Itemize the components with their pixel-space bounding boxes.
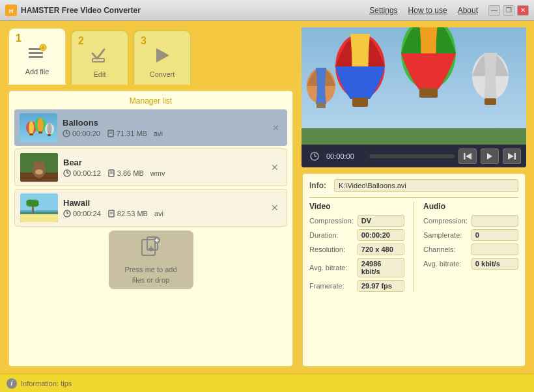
step-1-tab[interactable]: 1 + Add file [8, 27, 66, 85]
file-thumb-balloons [20, 113, 57, 142]
svg-rect-3 [29, 52, 43, 54]
settings-link[interactable]: Settings [369, 6, 397, 15]
add-files-button[interactable]: Press me to addfiles or drop [109, 231, 193, 289]
svg-rect-73 [514, 153, 516, 160]
left-panel: 1 + Add file 2 [8, 27, 294, 367]
nav-links: Settings How to use About [369, 6, 478, 15]
svg-rect-43 [20, 210, 58, 214]
step-1-number: 1 [16, 33, 21, 44]
step-1-label: Add file [25, 68, 49, 76]
file-close-bear[interactable]: ✕ [268, 161, 281, 174]
how-to-use-link[interactable]: How to use [408, 6, 447, 15]
step-tabs: 1 + Add file 2 [8, 27, 294, 85]
svg-marker-8 [156, 48, 169, 63]
add-files-icon [139, 234, 163, 262]
avg-bitrate-v-value: 24986 kbit/s [358, 258, 404, 277]
file-format-bear: wmv [150, 169, 165, 177]
minimize-button[interactable]: — [488, 5, 500, 16]
svg-rect-39 [20, 214, 58, 222]
file-thumb-hawaii [20, 193, 58, 222]
file-meta-balloons: 00:00:20 71.31 MB avi [63, 130, 264, 137]
file-close-balloons[interactable]: ✕ [270, 122, 282, 134]
file-format-balloons: avi [154, 130, 163, 137]
titlebar: H HAMSTER Free Video Converter Settings … [0, 0, 534, 21]
audio-column-header: Audio [423, 202, 518, 211]
audio-info-column: Audio Compression: Samplerate: 0 Channel… [423, 202, 518, 292]
step-2-number: 2 [78, 35, 84, 47]
svg-point-28 [33, 161, 38, 167]
main-content: 1 + Add file 2 [0, 21, 534, 374]
file-item-hawaii[interactable]: Hawaii 00:00:24 82.53 MB avi ✕ [14, 189, 287, 227]
about-link[interactable]: About [458, 6, 478, 15]
progress-bar[interactable] [369, 154, 455, 158]
edit-icon [90, 46, 109, 69]
step-3-label: Convert [150, 70, 175, 78]
file-size-hawaii: 82.53 MB [107, 210, 148, 217]
manager-title: Manager list [14, 96, 287, 105]
file-close-hawaii[interactable]: ✕ [268, 201, 281, 214]
svg-point-17 [48, 123, 52, 135]
clock-icon [307, 148, 322, 164]
video-info-grid: Compression: DV Duration: 00:00:20 Resol… [309, 215, 404, 292]
manager-area: Manager list [8, 90, 294, 367]
svg-rect-18 [48, 134, 51, 136]
file-duration-balloons: 00:00:20 [63, 130, 100, 137]
avg-bitrate-v-label: Avg. bitrate: [309, 264, 354, 272]
file-info-bear: Bear 00:00:12 3.86 MB wmv [63, 158, 263, 177]
status-text: Information: tips [21, 380, 72, 387]
step-2-label: Edit [94, 70, 106, 78]
svg-rect-60 [352, 98, 368, 107]
convert-icon [152, 46, 172, 69]
statusbar: i Information: tips [0, 374, 534, 392]
close-button[interactable]: ✕ [517, 5, 529, 16]
svg-text:H: H [9, 8, 14, 14]
next-button[interactable] [503, 148, 521, 164]
duration-v-label: Duration: [309, 231, 354, 239]
svg-marker-72 [487, 153, 492, 160]
svg-rect-64 [485, 98, 496, 105]
file-size-balloons: 71.31 MB [107, 130, 147, 137]
svg-rect-4 [29, 56, 43, 58]
file-meta-hawaii: 00:00:24 82.53 MB avi [63, 210, 263, 217]
prev-button[interactable] [458, 148, 477, 164]
video-column-header: Video [309, 202, 404, 211]
file-item-balloons[interactable]: Balloons 00:00:20 71.31 MB avi ✕ [14, 109, 287, 146]
svg-rect-58 [302, 128, 526, 145]
column-divider [414, 202, 414, 292]
app-title: HAMSTER Free Video Converter [21, 6, 369, 15]
preview-image [302, 27, 526, 145]
svg-point-29 [40, 161, 45, 167]
svg-rect-15 [38, 132, 42, 133]
play-button[interactable] [481, 148, 499, 164]
time-display: 00:00:00 [326, 152, 365, 160]
video-controls: 00:00:00 [302, 145, 526, 167]
samplerate-a-value: 0 [471, 229, 518, 241]
svg-rect-66 [316, 103, 326, 108]
samplerate-a-label: Samplerate: [423, 231, 468, 239]
resolution-v-value: 720 x 480 [358, 244, 404, 255]
svg-point-30 [35, 169, 43, 175]
file-name-bear: Bear [63, 158, 263, 167]
svg-rect-12 [29, 133, 33, 135]
file-name-hawaii: Hawaii [63, 198, 263, 208]
file-info-hawaii: Hawaii 00:00:24 82.53 MB avi [63, 198, 263, 217]
svg-point-14 [38, 118, 44, 132]
restore-button[interactable]: ❐ [503, 5, 514, 16]
video-preview: 00:00:00 [302, 27, 526, 167]
svg-marker-74 [508, 153, 514, 160]
compression-a-label: Compression: [423, 217, 468, 225]
svg-marker-71 [466, 153, 471, 160]
file-format-hawaii: avi [154, 210, 163, 217]
svg-text:+: + [41, 44, 45, 51]
step-2-tab[interactable]: 2 Edit [70, 30, 129, 85]
file-item-bear[interactable]: Bear 00:00:12 3.86 MB wmv ✕ [14, 148, 287, 186]
video-info-column: Video Compression: DV Duration: 00:00:20… [309, 202, 404, 292]
step-3-tab[interactable]: 3 Convert [133, 30, 191, 85]
info-row: Info: K:\Video\Balloons.avi [309, 179, 518, 192]
file-size-bear: 3.86 MB [107, 169, 144, 177]
avg-bitrate-a-value: 0 kbit/s [471, 258, 518, 270]
framerate-v-label: Framerate: [309, 282, 354, 290]
framerate-v-value: 29.97 fps [358, 280, 404, 292]
file-thumb-bear [20, 153, 58, 182]
info-label: Info: [309, 181, 329, 190]
